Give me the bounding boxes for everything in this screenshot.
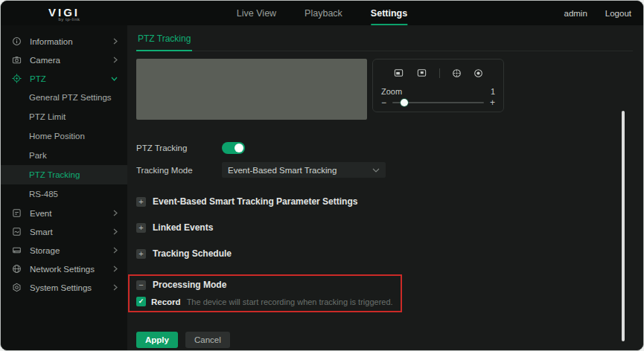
sidebar-item-smart[interactable]: Smart xyxy=(1,222,127,241)
cancel-button[interactable]: Cancel xyxy=(185,332,230,348)
sidebar-item-park[interactable]: Park xyxy=(1,146,127,165)
sidebar-item-general-ptz-settings[interactable]: General PTZ Settings xyxy=(1,88,127,107)
logo-text: VIGI xyxy=(48,7,80,17)
chevron-right-icon xyxy=(113,38,118,45)
event-icon xyxy=(12,208,22,219)
sidebar-label: Information xyxy=(30,37,73,46)
sidebar-item-ptz-tracking[interactable]: PTZ Tracking xyxy=(1,165,127,184)
smart-icon xyxy=(12,227,22,237)
tab-playback[interactable]: Playback xyxy=(305,1,342,25)
chevron-right-icon xyxy=(113,210,118,216)
expand-icon[interactable]: + xyxy=(136,197,146,207)
chevron-right-icon xyxy=(113,228,118,235)
zoom-slider-knob[interactable] xyxy=(401,99,408,106)
sidebar-item-event[interactable]: Event xyxy=(1,204,127,222)
storage-icon xyxy=(12,245,22,256)
logout-button[interactable]: Logout xyxy=(605,9,631,18)
sidebar-item-storage[interactable]: Storage xyxy=(1,241,127,260)
zoom-in-button[interactable]: + xyxy=(490,99,495,106)
tab-live-view[interactable]: Live View xyxy=(237,1,276,25)
top-bar: VIGI by tp-link Live View Playback Setti… xyxy=(1,1,643,25)
info-icon xyxy=(12,36,22,47)
iris-close-icon[interactable] xyxy=(474,68,483,78)
iris-open-icon[interactable] xyxy=(452,68,462,78)
tab-ptz-tracking[interactable]: PTZ Tracking xyxy=(136,31,192,51)
sidebar-label: System Settings xyxy=(30,283,92,292)
apply-button[interactable]: Apply xyxy=(136,332,178,348)
section-title: Tracking Schedule xyxy=(153,248,232,259)
scrollbar-thumb[interactable] xyxy=(622,111,625,341)
username-label: admin xyxy=(564,9,587,18)
chevron-down-icon xyxy=(111,77,118,81)
focus-far-icon[interactable] xyxy=(416,68,427,77)
sidebar-item-network-settings[interactable]: Network Settings xyxy=(1,260,127,278)
tracking-mode-label: Tracking Mode xyxy=(136,166,222,175)
ptz-control-panel: Zoom 1 − + xyxy=(372,59,504,112)
sidebar-item-home-position[interactable]: Home Position xyxy=(1,126,127,146)
video-frame-blurred xyxy=(136,59,367,120)
sidebar-label: Event xyxy=(30,209,51,218)
chevron-down-icon xyxy=(372,168,380,173)
app-window: VIGI by tp-link Live View Playback Setti… xyxy=(0,0,644,351)
expand-icon[interactable]: + xyxy=(136,223,146,233)
camera-icon xyxy=(12,55,22,65)
sidebar-label: Storage xyxy=(30,246,60,255)
zoom-out-button[interactable]: − xyxy=(381,99,386,106)
network-icon xyxy=(12,264,22,274)
lens-control-bar xyxy=(381,65,495,81)
section-tracking-schedule[interactable]: + Tracking Schedule xyxy=(136,248,643,259)
zoom-label: Zoom xyxy=(381,87,402,96)
sidebar: Information Camera PTZ General PTZ Setti… xyxy=(1,25,127,350)
chevron-right-icon xyxy=(113,57,118,63)
main-content: PTZ Tracking xyxy=(127,25,643,350)
ptz-tracking-label: PTZ Tracking xyxy=(136,144,222,152)
sidebar-label: Network Settings xyxy=(30,265,95,274)
topbar-right: admin Logout xyxy=(564,9,643,18)
sidebar-item-rs485[interactable]: RS-485 xyxy=(1,184,127,204)
ptz-icon xyxy=(12,74,22,84)
sidebar-item-ptz-limit[interactable]: PTZ Limit xyxy=(1,107,127,126)
focus-near-icon[interactable] xyxy=(393,68,404,77)
section-title: Event-Based Smart Tracking Parameter Set… xyxy=(153,196,357,207)
tab-settings[interactable]: Settings xyxy=(371,1,407,25)
chevron-right-icon xyxy=(113,284,118,291)
record-checkbox[interactable]: ✓ xyxy=(136,297,146,306)
brand-logo: VIGI by tp-link xyxy=(1,5,127,22)
section-title: Processing Mode xyxy=(153,280,226,290)
chevron-right-icon xyxy=(113,247,118,254)
expand-icon[interactable]: + xyxy=(136,249,146,259)
section-linked-events[interactable]: + Linked Events xyxy=(136,222,643,233)
record-label: Record xyxy=(151,297,181,306)
divider xyxy=(439,68,440,78)
toggle-knob xyxy=(235,144,243,152)
section-processing-mode[interactable]: − Processing Mode xyxy=(136,280,393,290)
sidebar-item-ptz[interactable]: PTZ xyxy=(1,69,127,88)
annotation-highlight-box: − Processing Mode ✓ Record The device wi… xyxy=(128,274,402,312)
sidebar-label: Smart xyxy=(30,228,53,236)
zoom-slider-track[interactable] xyxy=(392,102,484,103)
logo-tagline: by tp-link xyxy=(58,17,80,22)
tracking-mode-select[interactable]: Event-Based Smart Tracking xyxy=(222,162,386,178)
sidebar-item-information[interactable]: Information xyxy=(1,32,127,51)
section-title: Linked Events xyxy=(153,222,213,233)
zoom-value: 1 xyxy=(491,87,495,96)
video-preview xyxy=(136,59,367,120)
chevron-right-icon xyxy=(113,265,118,272)
ptz-tracking-toggle[interactable] xyxy=(222,142,245,154)
record-hint: The device will start recording when tra… xyxy=(187,297,393,306)
sidebar-label: Camera xyxy=(30,56,60,65)
top-nav: Live View Playback Settings xyxy=(237,1,407,25)
section-parameter-settings[interactable]: + Event-Based Smart Tracking Parameter S… xyxy=(136,196,643,207)
sidebar-label: PTZ xyxy=(30,74,46,83)
content-tab-bar: PTZ Tracking xyxy=(136,31,633,51)
collapse-icon[interactable]: − xyxy=(136,280,146,290)
zoom-slider: − + xyxy=(381,99,495,106)
sidebar-item-system-settings[interactable]: System Settings xyxy=(1,278,127,297)
tracking-mode-value: Event-Based Smart Tracking xyxy=(228,166,337,175)
sidebar-item-camera[interactable]: Camera xyxy=(1,51,127,69)
system-gear-icon xyxy=(12,283,22,293)
